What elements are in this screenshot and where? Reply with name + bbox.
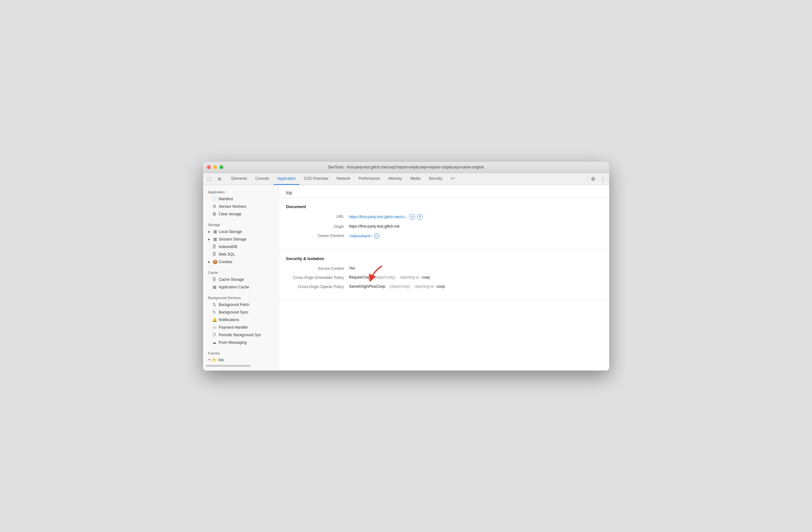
url-value[interactable]: https://first-party-test.glitch.me/co... (349, 215, 408, 219)
settings-icon[interactable]: ⚙ (590, 175, 597, 183)
sidebar-item-service-workers-label: Service Workers (219, 204, 247, 209)
sidebar-item-periodic-background-sync-label: Periodic Background Syn (219, 333, 261, 337)
sidebar-item-background-sync[interactable]: ↻ Background Sync (203, 308, 278, 316)
sidebar-item-manifest[interactable]: 📄 Manifest (203, 195, 278, 203)
periodic-background-sync-icon: ⏱ (212, 333, 217, 337)
sidebar-item-background-fetch[interactable]: ⇅ Background Fetch (203, 301, 278, 308)
traffic-lights (207, 165, 223, 169)
coep-value-container: RequireCorp (report-only) reporting to: … (349, 275, 430, 280)
sidebar-item-local-storage[interactable]: ▶ ▦ Local Storage (203, 228, 278, 236)
tab-network[interactable]: Network (333, 173, 354, 185)
sidebar-item-web-sql[interactable]: 🗄 Web SQL (203, 251, 278, 258)
coep-reporting-label: reporting to: (400, 275, 420, 280)
origin-label: Origin (286, 224, 349, 229)
owner-element-value[interactable]: <#document> (349, 234, 372, 238)
coop-badge: (report-only) (390, 284, 410, 289)
sidebar-item-notifications-label: Notifications (219, 318, 239, 322)
coop-field-row: Cross-Origin Opener Policy SameOriginPlu… (286, 284, 601, 289)
background-fetch-icon: ⇅ (212, 302, 217, 307)
sidebar-scrollbar[interactable] (206, 365, 251, 367)
cache-storage-icon: 🗄 (212, 277, 217, 282)
sidebar-section-application: Application (203, 187, 278, 195)
sidebar-section-frames: Frames (203, 349, 278, 356)
notifications-icon: 🔔 (212, 317, 217, 322)
manifest-icon: 📄 (212, 196, 217, 201)
maximize-button[interactable] (219, 165, 223, 169)
session-storage-arrow: ▶ (208, 238, 211, 241)
close-button[interactable] (207, 165, 211, 169)
tab-performance[interactable]: Performance (355, 173, 384, 185)
sidebar-item-clear-storage-label: Clear storage (219, 212, 242, 216)
sidebar-section-storage: Storage (203, 220, 278, 228)
sidebar-item-background-sync-label: Background Sync (219, 310, 248, 314)
sidebar-item-notifications[interactable]: 🔔 Notifications (203, 316, 278, 324)
owner-element-value-container: <#document> ⓘ (349, 233, 380, 239)
sidebar-item-cache-storage[interactable]: 🗄 Cache Storage (203, 276, 278, 283)
device-icon[interactable]: ⧉ (216, 175, 223, 183)
sidebar-section-cache: Cache (203, 268, 278, 276)
sidebar-item-cookies-label: Cookies (219, 260, 232, 264)
sidebar-item-periodic-background-sync[interactable]: ⏱ Periodic Background Syn (203, 331, 278, 339)
coep-field-row: Cross-Origin Embedder Policy RequireCorp… (286, 275, 601, 280)
tab-bar: ⬚ ⧉ Elements Console Application CSS Ove… (203, 173, 609, 185)
sidebar-item-indexeddb-label: IndexedDB (219, 244, 237, 249)
background-sync-icon: ↻ (212, 310, 217, 314)
sidebar-item-payment-handler[interactable]: ▭ Payment Handler (203, 324, 278, 331)
security-section-title: Security & Isolation (286, 256, 601, 261)
coop-value: SameOriginPlusCoep (349, 284, 385, 289)
sidebar: Application 📄 Manifest ⚙ Service Workers… (203, 185, 279, 370)
cursor-icon[interactable]: ⬚ (206, 175, 213, 183)
coop-reporting-label: reporting to: (415, 284, 435, 289)
coep-reporting-value: coep (422, 275, 430, 280)
sidebar-item-cookies[interactable]: ▶ 🍪 Cookies (203, 258, 278, 266)
sidebar-item-application-cache[interactable]: ▦ Application Cache (203, 283, 278, 291)
tab-memory[interactable]: Memory (385, 173, 406, 185)
tab-media[interactable]: Media (406, 173, 424, 185)
document-section: Document URL https://first-party-test.gl… (279, 198, 609, 250)
frames-top-label: top (218, 358, 223, 362)
tab-application[interactable]: Application (274, 173, 300, 185)
sidebar-item-session-storage[interactable]: ▶ ▦ Session Storage (203, 236, 278, 243)
indexeddb-icon: 🗄 (212, 244, 217, 249)
cookies-arrow: ▶ (208, 260, 211, 264)
tab-console[interactable]: Console (251, 173, 273, 185)
tab-elements[interactable]: Elements (228, 173, 251, 185)
sidebar-item-payment-handler-label: Payment Handler (219, 325, 248, 330)
service-workers-icon: ⚙ (212, 204, 217, 209)
owner-element-icon[interactable]: ⓘ (374, 233, 380, 239)
secure-context-label: Secure Context (286, 266, 349, 271)
origin-value: https://first-party-test.glitch.me (349, 224, 400, 228)
origin-value-container: https://first-party-test.glitch.me (349, 224, 400, 228)
tab-tool-icons: ⬚ ⧉ (206, 175, 223, 183)
main-layout: Application 📄 Manifest ⚙ Service Workers… (203, 185, 609, 370)
tab-more[interactable]: >> (447, 173, 459, 185)
tab-security[interactable]: Security (425, 173, 446, 185)
url-reload-icon[interactable]: ↻ (417, 214, 423, 220)
sidebar-item-background-fetch-label: Background Fetch (219, 303, 249, 307)
content-area: top Document URL https://first-party-tes… (279, 185, 609, 370)
minimize-button[interactable] (213, 165, 217, 169)
sidebar-item-clear-storage[interactable]: 🗑 Clear storage (203, 210, 278, 218)
sidebar-item-cache-storage-label: Cache Storage (219, 277, 244, 282)
payment-handler-icon: ▭ (212, 325, 217, 330)
tab-css-overview[interactable]: CSS Overview (300, 173, 332, 185)
session-storage-icon: ▦ (213, 237, 218, 241)
sidebar-item-push-messaging[interactable]: ☁ Push Messaging (203, 339, 278, 346)
url-circle-icon[interactable]: ⊙ (409, 214, 415, 220)
more-options-icon[interactable]: ⋮ (599, 175, 607, 183)
sidebar-item-application-cache-label: Application Cache (219, 285, 249, 289)
local-storage-arrow: ▶ (208, 230, 211, 233)
sidebar-item-service-workers[interactable]: ⚙ Service Workers (203, 203, 278, 210)
devtools-window: DevTools - first-party-test.glitch.me/co… (203, 162, 609, 370)
sidebar-item-local-storage-label: Local Storage (219, 229, 242, 234)
toolbar-divider (588, 176, 588, 182)
secure-context-value: Yes (349, 266, 356, 270)
clear-storage-icon: 🗑 (212, 212, 217, 216)
frame-title: top (286, 190, 292, 195)
coep-label: Cross-Origin Embedder Policy (286, 275, 349, 280)
sidebar-item-indexeddb[interactable]: 🗄 IndexedDB (203, 243, 278, 251)
owner-element-label: Owner Element (286, 233, 349, 238)
sidebar-item-frames-top[interactable]: ▼ 📁 top (203, 356, 278, 364)
secure-context-value-container: Yes (349, 266, 356, 270)
url-value-container: https://first-party-test.glitch.me/co...… (349, 214, 423, 220)
